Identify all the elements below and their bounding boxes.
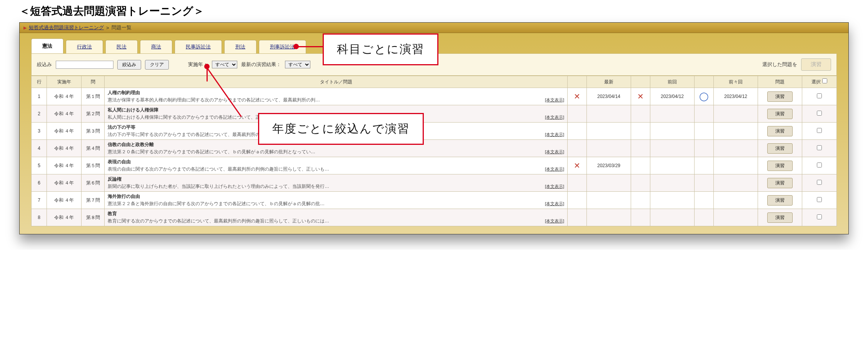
th-select: 選択 — [802, 76, 837, 88]
cell-year: 令和 ４年 — [47, 88, 82, 105]
row-desc: 憲法第２２条と海外旅行の自由に関する次のアからウまでの各記述について、ｂの見解が… — [108, 201, 564, 207]
table-row: 6令和 ４年第６問反論権新聞の記事に取り上げられた者が、当該記事に取り上げられた… — [32, 174, 837, 192]
cell-latest-mark — [568, 105, 587, 123]
row-title: 人権の制約理由 — [108, 90, 564, 96]
cell-idx: 6 — [32, 174, 47, 192]
cell-year: 令和 ４年 — [47, 105, 82, 123]
row-title: 反論権 — [108, 176, 564, 182]
result-label: 最新の演習結果： — [241, 61, 281, 68]
row-desc: 憲法第２０条に関する次のアからウまでの各記述について、ｂの見解がａの見解の批判と… — [108, 149, 564, 155]
cell-prev-mark — [631, 174, 650, 192]
tab-商法[interactable]: 商法 — [140, 40, 172, 53]
cell-prev2-date — [714, 174, 758, 192]
row-practice-button[interactable]: 演習 — [767, 109, 793, 119]
cell-prev-mark — [631, 192, 650, 209]
practice-selected-button[interactable]: 演習 — [801, 58, 831, 71]
breadcrumb-sep: > — [106, 25, 109, 31]
table-row: 1令和 ４年第１問人権の制約理由憲法が保障する基本的人権の制約理由に関する次のア… — [32, 88, 837, 105]
row-select-checkbox[interactable] — [817, 145, 822, 150]
select-all-checkbox[interactable] — [822, 78, 827, 83]
cell-select — [802, 88, 837, 105]
cell-prev-mark — [631, 140, 650, 157]
tab-民法[interactable]: 民法 — [105, 40, 138, 53]
row-practice-button[interactable]: 演習 — [767, 91, 793, 102]
show-full-link[interactable]: [本文表示] — [545, 218, 564, 224]
show-full-link[interactable]: [本文表示] — [545, 184, 564, 189]
cell-select — [802, 123, 837, 140]
row-practice-button[interactable]: 演習 — [767, 195, 793, 206]
filter-input[interactable] — [56, 61, 113, 69]
cell-prev2-mark — [695, 123, 714, 140]
cell-prev-mark — [631, 123, 650, 140]
cell-idx: 3 — [32, 123, 47, 140]
cell-q: 第１問 — [82, 88, 105, 105]
tab-刑法[interactable]: 刑法 — [224, 40, 257, 53]
cell-idx: 5 — [32, 157, 47, 174]
row-select-checkbox[interactable] — [817, 197, 822, 202]
year-select[interactable]: すべて — [212, 61, 237, 68]
show-full-link[interactable]: [本文表示] — [545, 114, 564, 120]
cell-idx: 1 — [32, 88, 47, 105]
cell-prev-mark — [631, 157, 650, 174]
callout-line — [297, 46, 323, 47]
callout-subject: 科目ごとに演習 — [323, 33, 438, 65]
row-title: 海外旅行の自由 — [108, 193, 564, 200]
app-container: ▶ 短答式過去問題演習トレーニング > 問題一覧 憲法行政法民法商法民事訴訟法刑… — [19, 22, 849, 234]
cell-prev2-mark — [695, 157, 714, 174]
row-practice-button[interactable]: 演習 — [767, 126, 793, 136]
cell-latest-mark — [568, 140, 587, 157]
cell-practice: 演習 — [758, 192, 802, 209]
tab-行政法[interactable]: 行政法 — [66, 40, 103, 53]
cell-practice: 演習 — [758, 123, 802, 140]
table-row: 2令和 ４年第２問私人間における人権保障私人間における人権保障に関する次のアから… — [32, 105, 837, 123]
breadcrumb: ▶ 短答式過去問題演習トレーニング > 問題一覧 — [20, 23, 848, 33]
clear-button[interactable]: クリア — [145, 60, 169, 70]
cell-idx: 8 — [32, 209, 47, 226]
row-practice-button[interactable]: 演習 — [767, 143, 793, 154]
cell-prev2-date — [714, 192, 758, 209]
row-desc: 新聞の記事に取り上げられた者が、当該記事に取り上げられたという理由のみによって、… — [108, 183, 564, 190]
cell-idx: 7 — [32, 192, 47, 209]
show-full-link[interactable]: [本文表示] — [545, 149, 564, 155]
row-title: 教育 — [108, 211, 564, 217]
row-select-checkbox[interactable] — [817, 163, 822, 168]
row-select-checkbox[interactable] — [817, 214, 822, 219]
breadcrumb-link[interactable]: 短答式過去問題演習トレーニング — [29, 24, 104, 31]
row-desc: 教育に関する次のアからウまでの各記述について、最高裁判所の判例の趣旨に照らして、… — [108, 218, 564, 224]
tab-民事訴訟法[interactable]: 民事訴訟法 — [175, 40, 222, 53]
row-select-checkbox[interactable] — [817, 111, 822, 116]
show-full-link[interactable]: [本文表示] — [545, 201, 564, 207]
cell-prev2-mark — [695, 209, 714, 226]
row-practice-button[interactable]: 演習 — [767, 212, 793, 223]
cell-q: 第６問 — [82, 174, 105, 192]
cell-select — [802, 209, 837, 226]
cell-practice: 演習 — [758, 157, 802, 174]
cell-prev2-date — [714, 140, 758, 157]
cell-prev-date — [650, 123, 695, 140]
table-row: 4令和 ４年第４問信教の自由と政教分離憲法第２０条に関する次のアからウまでの各記… — [32, 140, 837, 157]
x-icon: ✕ — [571, 92, 583, 101]
result-select[interactable]: すべて — [285, 61, 310, 68]
show-full-link[interactable]: [本文表示] — [545, 132, 564, 138]
row-select-checkbox[interactable] — [817, 180, 822, 185]
filter-button[interactable]: 絞込み — [117, 60, 141, 70]
cell-prev2-mark — [695, 174, 714, 192]
cell-year: 令和 ４年 — [47, 157, 82, 174]
row-practice-button[interactable]: 演習 — [767, 178, 793, 188]
filter-label: 絞込み — [37, 61, 52, 68]
show-full-link[interactable]: [本文表示] — [545, 97, 564, 103]
row-select-checkbox[interactable] — [817, 128, 822, 133]
row-practice-button[interactable]: 演習 — [767, 161, 793, 171]
row-desc: 表現の自由に関する次のアからウまでの各記述について、最高裁判所の判例の趣旨に照ら… — [108, 166, 564, 173]
show-full-link[interactable]: [本文表示] — [545, 166, 564, 172]
th-q: 問 — [82, 76, 105, 88]
cell-prev2-date — [714, 123, 758, 140]
th-year: 実施年 — [47, 76, 82, 88]
row-select-checkbox[interactable] — [817, 93, 822, 98]
tab-憲法[interactable]: 憲法 — [31, 38, 63, 53]
cell-select — [802, 105, 837, 123]
cell-prev-date — [650, 174, 695, 192]
row-desc: 憲法が保障する基本的人権の制約理由に関する次のアからウまでの各記述について、最高… — [108, 97, 564, 103]
cell-prev2-mark — [695, 192, 714, 209]
callout-dot-icon — [204, 64, 210, 69]
